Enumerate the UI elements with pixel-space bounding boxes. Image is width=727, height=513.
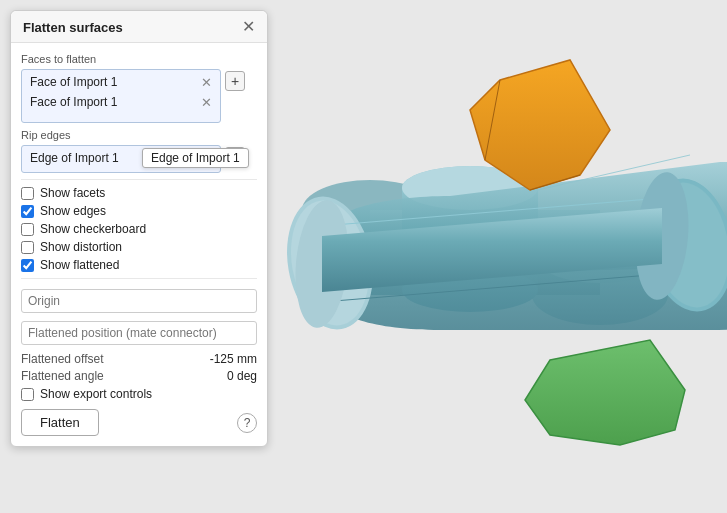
faces-to-flatten-label: Faces to flatten xyxy=(21,53,257,65)
flatten-position-input[interactable] xyxy=(21,321,257,345)
faces-add-button[interactable]: + xyxy=(225,71,245,91)
divider-1 xyxy=(21,179,257,180)
flattened-angle-label: Flattened angle xyxy=(21,369,104,383)
show-distortion-row: Show distortion xyxy=(21,240,257,254)
show-edges-label[interactable]: Show edges xyxy=(40,204,106,218)
show-facets-label[interactable]: Show facets xyxy=(40,186,105,200)
rip-edges-label: Rip edges xyxy=(21,129,257,141)
show-checkerboard-row: Show checkerboard xyxy=(21,222,257,236)
bottom-actions-row: Flatten ? xyxy=(21,409,257,436)
flattened-angle-row: Flattened angle 0 deg xyxy=(21,369,257,383)
flattened-angle-value: 0 deg xyxy=(227,369,257,383)
show-edges-row: Show edges xyxy=(21,204,257,218)
flattened-offset-value: -125 mm xyxy=(210,352,257,366)
flattened-offset-label: Flattened offset xyxy=(21,352,104,366)
show-checkerboard-label[interactable]: Show checkerboard xyxy=(40,222,146,236)
show-distortion-label[interactable]: Show distortion xyxy=(40,240,122,254)
show-flattened-checkbox[interactable] xyxy=(21,259,34,272)
show-facets-row: Show facets xyxy=(21,186,257,200)
flatten-surfaces-panel: Flatten surfaces ✕ Faces to flatten Face… xyxy=(10,10,268,447)
show-flattened-label[interactable]: Show flattened xyxy=(40,258,119,272)
show-checkerboard-checkbox[interactable] xyxy=(21,223,34,236)
panel-body: Faces to flatten Face of Import 1 ✕ Face… xyxy=(11,43,267,446)
face-item-1-remove[interactable]: ✕ xyxy=(201,76,212,89)
divider-2 xyxy=(21,278,257,279)
help-button[interactable]: ? xyxy=(237,413,257,433)
flatten-button[interactable]: Flatten xyxy=(21,409,99,436)
show-export-controls-checkbox[interactable] xyxy=(21,388,34,401)
show-flattened-row: Show flattened xyxy=(21,258,257,272)
show-export-controls-label[interactable]: Show export controls xyxy=(40,387,152,401)
flattened-offset-row: Flattened offset -125 mm xyxy=(21,352,257,366)
panel-header: Flatten surfaces ✕ xyxy=(11,11,267,43)
faces-to-flatten-container: Face of Import 1 ✕ Face of Import 1 ✕ + xyxy=(21,69,257,123)
face-item-2-remove[interactable]: ✕ xyxy=(201,96,212,109)
show-edges-checkbox[interactable] xyxy=(21,205,34,218)
show-facets-checkbox[interactable] xyxy=(21,187,34,200)
panel-title: Flatten surfaces xyxy=(23,20,123,35)
faces-to-flatten-listbox[interactable]: Face of Import 1 ✕ Face of Import 1 ✕ xyxy=(21,69,221,123)
scene-3d xyxy=(270,0,727,513)
rip-edges-container: Edge of Import 1 ⬕ Edge of Import 1 + xyxy=(21,145,257,173)
edge-tooltip: Edge of Import 1 xyxy=(142,148,249,168)
show-export-controls-row: Show export controls xyxy=(21,387,257,401)
face-item-2: Face of Import 1 ✕ xyxy=(24,92,218,112)
rip-edges-listbox[interactable]: Edge of Import 1 ⬕ Edge of Import 1 xyxy=(21,145,221,173)
face-item-1: Face of Import 1 ✕ xyxy=(24,72,218,92)
show-distortion-checkbox[interactable] xyxy=(21,241,34,254)
origin-input[interactable] xyxy=(21,289,257,313)
close-button[interactable]: ✕ xyxy=(240,19,257,35)
